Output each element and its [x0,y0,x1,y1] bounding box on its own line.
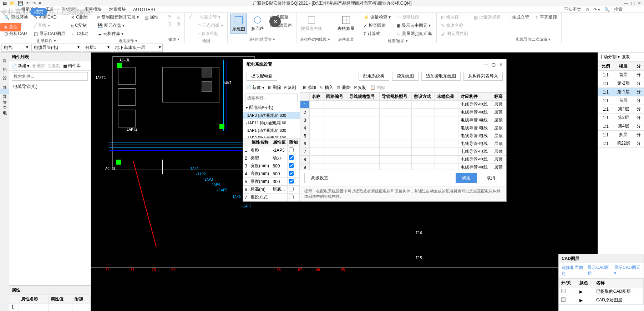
table-calc-button[interactable]: 表格算量 [336,14,356,33]
dlg-copy-button[interactable]: ⎘ 复制 [284,85,296,91]
advanced-settings-button[interactable]: 高级设置 [304,173,335,183]
layer-toggle-icon[interactable] [561,289,566,293]
dist-tree-button[interactable]: 配电系统树 [359,72,389,81]
component-search-input[interactable] [12,72,88,81]
prop-checkbox[interactable] [289,187,294,191]
extract-box-button[interactable]: 提取配电箱 [247,72,277,81]
grid-row[interactable]: 9电线导管-电线层顶 [300,164,506,170]
component-dropdown[interactable]: 电缆导管(电) [31,44,81,52]
add-row-button[interactable]: ⊞ 添加 [303,85,316,91]
paste-row-button[interactable]: 📋 粘贴 [370,85,385,91]
search-icon[interactable]: 🔍 [604,7,610,12]
tree-item-1[interactable]: -1AP11 [动力配电箱 60 [243,119,300,127]
system-diagram-button[interactable]: 系统图 [230,14,247,34]
rg-label-bridge[interactable]: 识别桥架内线缆 ▾ [299,36,330,42]
display-select-button[interactable]: ▣ 显示选中图元 ▾ [395,22,433,29]
leak-check-button[interactable]: ⚡ 漏量检查 ▾ [362,14,392,21]
prop-row-1[interactable]: 1 [9,304,91,311]
fine-select-button[interactable]: ⊡ 精选择 [440,14,470,21]
unknown-label[interactable]: 不知不觉 [564,6,581,12]
rg-label-secondary[interactable]: 电缆导管二次编辑 ▾ [508,36,558,42]
maximize-icon[interactable]: ▢ [631,1,635,6]
from-lib-button[interactable]: 从构件列表导入 [463,72,503,81]
sidebar-item-3[interactable]: 导... [0,80,9,89]
modify-name-button[interactable]: ✎ 修改名称 [440,22,470,29]
rg-label-check[interactable]: 检查/显示 ▾ [362,37,433,44]
dialog-search-input[interactable] [245,94,298,102]
prop-checkbox[interactable] [289,155,294,160]
dlg-new-button[interactable]: 📄 新建 ▾ [246,85,264,91]
mod-btn-2[interactable]: ⊡ [166,21,172,27]
delete-row-button[interactable]: 🗑 删除 [337,85,351,91]
search-label[interactable]: 搜索 [614,6,623,12]
redo-icon[interactable]: ↷ [32,1,36,6]
prop-checkbox[interactable] [289,179,294,184]
floor-row[interactable]: 1:1第2层分 [598,105,644,114]
prop-row[interactable]: 4高度(mm)500 [243,170,300,178]
rg-label-identify[interactable]: 识别电缆导管 ▾ [230,36,293,42]
close-overlay-icon[interactable]: ✕ [269,16,281,27]
graph-attr-button[interactable]: 🖌 图元属性刷 [440,30,470,37]
graph-store-button[interactable]: 💾 图元存盘 ▾ [96,22,140,29]
manual-split-button[interactable]: 手动分割 ▾ [599,54,620,60]
batch-select-button[interactable]: ▦ 批量选择管 [472,14,502,21]
straight-line-button[interactable]: ╱ 直线 ▾ [32,22,67,29]
tree-item-2[interactable]: -1AP1 [动力配电箱 600 [243,127,300,134]
cancel-button[interactable]: 取消 [480,173,502,183]
floor-row[interactable]: 1:1多层分 [598,131,644,139]
check-circuit-button[interactable]: ✓ 检查回路 [362,22,392,29]
prop-row[interactable]: 2类型动力... [243,154,300,162]
cloud-lib-button[interactable]: ☁ 云构件库 ▾ [96,30,140,37]
sidebar-item-6[interactable]: (电) [0,103,9,111]
copy-component-button[interactable]: ⎘ 复制 [49,63,60,69]
floor-row[interactable]: 1:1第3层分 [598,114,644,122]
discipline-dropdown[interactable]: 电气 [1,44,30,52]
attr-button[interactable]: ▤ 属性 [143,14,160,21]
prop-row[interactable]: 5厚度(mm)300 [243,178,300,186]
calc-button[interactable]: Σ 计算式 [362,30,392,37]
component-lib-button[interactable]: ▦ 构件库 [63,63,81,69]
grid-row[interactable]: 2电线导管-电线层顶 [300,109,506,116]
rg-label-common[interactable]: 通用操作 ▾ [96,37,160,44]
floor-copy-button[interactable]: 复制 [622,54,630,60]
help-icon[interactable]: ⊙ [585,7,589,12]
multi-draw-button[interactable]: ≡ 多管绘制 [196,30,224,37]
multi-circuit-button[interactable]: 多回路 [250,14,265,33]
c-move-button[interactable]: ↔ C移动 [70,30,90,37]
copy-row-button[interactable]: ⎘ 复制 [354,85,366,91]
floor-row[interactable]: 1:1首层分 [598,96,644,105]
menu-compare[interactable]: 对量模块 [109,6,126,12]
sidebar-item-0[interactable]: 灯... [0,52,9,61]
rg-label-modify[interactable]: 修改 ▾ [166,36,182,42]
sidebar-item-1[interactable]: 箱... [0,61,9,70]
prop-row[interactable]: 7敷设方式 [243,194,300,201]
dialog-maximize-icon[interactable]: ▢ [492,62,496,67]
flat-top-button[interactable]: ⊤ 平齐板顶 [533,14,558,21]
component-tree-item-0[interactable]: 电缆导管(电) [9,82,91,91]
select-same-color-button[interactable]: 选择相同颜色 [562,265,585,277]
show-cad-layer-link[interactable]: 显示CAD图层 [588,265,611,277]
prop-row[interactable]: 6标高(m)层底... [243,186,300,194]
measure-dist-button[interactable]: ↔ 测量两点间距离 [395,30,433,37]
sidebar-item-2[interactable]: 设... [0,70,9,79]
subfloor-dropdown[interactable]: 分层1 [83,44,111,52]
append-read-button[interactable]: 追加读取系统图 [421,72,461,81]
setup-pipe-button[interactable]: | 布置立管 ▾ [196,14,224,21]
rg-label-draw[interactable]: 绘图 [188,37,224,44]
grid-row[interactable]: 6电线导管-电线层顶 [300,140,506,148]
minimize-icon[interactable]: — [624,1,628,6]
delete-component-button[interactable]: 🗑 删除 [32,63,46,69]
prop-checkbox[interactable] [289,147,294,152]
layer-row-1[interactable]: ▶ CAD原始图层 [559,296,644,305]
grid-row[interactable]: 5电线导管-电线层顶 [300,132,506,140]
grid-row[interactable]: 4电线导管-电线层顶 [300,124,506,132]
floor-row[interactable]: 1:1第-2层分 [598,79,644,88]
read-diagram-button[interactable]: 读系统图 [392,72,419,81]
by-system-button[interactable]: 按系统布线 [299,14,324,33]
ok-button[interactable]: 确定 [456,173,477,183]
grid-row[interactable]: 8电线导管-电线层顶 [300,156,506,164]
new-component-button[interactable]: 📄 新建 ▾ [12,63,29,69]
undo-icon[interactable]: ↶ [26,1,30,6]
sidebar-item-5[interactable]: 管... [0,94,9,103]
copy-graph-button[interactable]: ⎘ 复制图元到其它层 ▾ [96,14,140,21]
